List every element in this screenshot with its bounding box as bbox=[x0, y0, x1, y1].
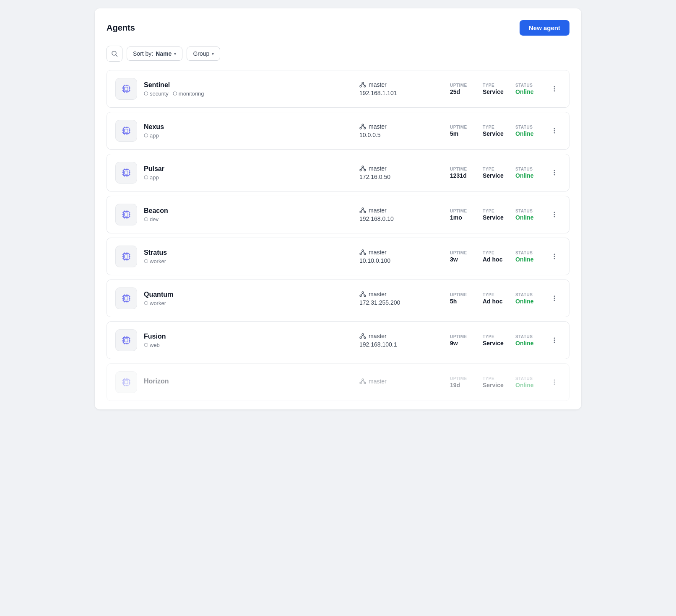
new-agent-button[interactable]: New agent bbox=[520, 20, 569, 36]
more-options-button-pulsar[interactable] bbox=[548, 167, 561, 178]
svg-line-63 bbox=[361, 168, 363, 169]
meta-value: Service bbox=[483, 340, 504, 347]
svg-rect-47 bbox=[125, 171, 128, 174]
svg-rect-157 bbox=[125, 380, 128, 384]
meta-label: UPTIME bbox=[450, 209, 467, 213]
meta-value: 1231d bbox=[450, 172, 467, 179]
svg-point-89 bbox=[554, 216, 555, 217]
svg-line-129 bbox=[361, 293, 363, 295]
tag-icon: ⬡ bbox=[173, 91, 177, 96]
group-dropdown[interactable]: Group ▾ bbox=[187, 47, 220, 61]
cpu-icon bbox=[121, 293, 132, 304]
connection-ip: 192.168.1.101 bbox=[359, 90, 443, 96]
connection-type-value: master bbox=[369, 291, 387, 298]
agent-icon-nexus bbox=[115, 120, 137, 142]
more-options-button-stratus[interactable] bbox=[548, 251, 561, 262]
svg-point-154 bbox=[554, 340, 555, 341]
svg-point-104 bbox=[362, 250, 364, 251]
svg-point-18 bbox=[364, 85, 366, 87]
connection-icon bbox=[359, 165, 366, 172]
connection-ip: 192.168.100.1 bbox=[359, 341, 443, 348]
more-icon bbox=[551, 253, 558, 260]
agents-page: Agents New agent Sort by: Name ▾ Group ▾ bbox=[95, 8, 581, 409]
meta-label: UPTIME bbox=[450, 125, 467, 129]
search-button[interactable] bbox=[107, 46, 122, 62]
connection-type-value: master bbox=[369, 207, 387, 214]
svg-point-38 bbox=[362, 124, 364, 126]
sort-value: Name bbox=[156, 50, 172, 57]
tag-icon: ⬡ bbox=[144, 216, 148, 222]
more-icon bbox=[551, 378, 558, 386]
agent-icon-quantum bbox=[115, 287, 137, 309]
svg-point-148 bbox=[362, 334, 364, 335]
meta-label: UPTIME bbox=[450, 334, 467, 339]
connection-type-label: master bbox=[359, 165, 443, 172]
tag-monitoring: ⬡monitoring bbox=[173, 91, 204, 97]
svg-line-151 bbox=[361, 335, 363, 337]
svg-point-131 bbox=[554, 296, 555, 297]
connection-type-label: master bbox=[359, 291, 443, 298]
agent-icon-sentinel bbox=[115, 78, 137, 100]
connection-icon bbox=[359, 81, 366, 88]
meta-group-type: TYPE Service bbox=[483, 334, 505, 347]
more-options-button-quantum[interactable] bbox=[548, 293, 561, 304]
connection-type-value: master bbox=[369, 378, 387, 385]
connection-icon bbox=[359, 333, 366, 339]
svg-point-110 bbox=[554, 256, 555, 257]
meta-group-type: TYPE Service bbox=[483, 209, 505, 221]
tag-label: worker bbox=[150, 300, 166, 306]
svg-point-106 bbox=[364, 253, 366, 255]
more-options-button-sentinel[interactable] bbox=[548, 83, 561, 94]
svg-point-23 bbox=[554, 91, 555, 92]
agent-card-stratus: Stratus⬡worker master 10.10.0.100 UPTIME… bbox=[107, 238, 569, 275]
agent-card-quantum: Quantum⬡worker master 172.31.255.200 UPT… bbox=[107, 280, 569, 317]
meta-value: Service bbox=[483, 214, 504, 221]
svg-line-20 bbox=[363, 84, 365, 85]
meta-value: Ad hoc bbox=[483, 298, 502, 305]
meta-group-uptime: UPTIME 1231d bbox=[450, 167, 473, 179]
meta-label: UPTIME bbox=[450, 251, 467, 255]
agent-connection-pulsar: master 172.16.0.50 bbox=[359, 165, 443, 180]
meta-value: Online bbox=[515, 88, 534, 95]
agent-card-beacon: Beacon⬡dev master 192.168.0.10 UPTIME 1m… bbox=[107, 196, 569, 233]
connection-type-value: master bbox=[369, 165, 387, 172]
meta-label: STATUS bbox=[515, 167, 533, 171]
more-options-button-beacon[interactable] bbox=[548, 209, 561, 220]
svg-point-21 bbox=[554, 86, 555, 88]
svg-rect-156 bbox=[123, 379, 129, 385]
agent-icon-pulsar bbox=[115, 162, 137, 184]
svg-point-128 bbox=[364, 295, 366, 297]
svg-line-107 bbox=[361, 251, 363, 253]
more-options-button-fusion[interactable] bbox=[548, 335, 561, 346]
connection-type-label: master bbox=[359, 123, 443, 130]
meta-label: TYPE bbox=[483, 334, 494, 339]
more-options-button-nexus[interactable] bbox=[548, 125, 561, 136]
svg-point-132 bbox=[554, 298, 555, 299]
more-options-button-horizon[interactable] bbox=[548, 377, 561, 388]
agent-meta-fusion: UPTIME 9w TYPE Service STATUS Online bbox=[450, 334, 561, 347]
svg-point-150 bbox=[364, 337, 366, 339]
agent-info-horizon: Horizon bbox=[144, 378, 353, 387]
agent-name-quantum: Quantum bbox=[144, 291, 353, 298]
agent-meta-beacon: UPTIME 1mo TYPE Service STATUS Online bbox=[450, 209, 561, 221]
meta-group-status: STATUS Online bbox=[515, 292, 538, 305]
agent-info-fusion: Fusion⬡web bbox=[144, 333, 353, 348]
agent-card-horizon: Horizon master UPTIME 19d TYPE Service S… bbox=[107, 363, 569, 401]
agent-tags-nexus: ⬡app bbox=[144, 132, 353, 139]
agent-info-pulsar: Pulsar⬡app bbox=[144, 165, 353, 181]
agent-icon-stratus bbox=[115, 246, 137, 267]
svg-line-41 bbox=[361, 126, 363, 127]
tag-label: worker bbox=[150, 258, 166, 264]
agent-tags-pulsar: ⬡app bbox=[144, 174, 353, 181]
svg-rect-3 bbox=[125, 87, 128, 91]
tag-label: app bbox=[150, 174, 159, 181]
svg-point-176 bbox=[554, 382, 555, 383]
sort-dropdown[interactable]: Sort by: Name ▾ bbox=[127, 47, 182, 61]
svg-rect-135 bbox=[125, 339, 128, 342]
svg-line-85 bbox=[361, 210, 363, 211]
meta-group-uptime: UPTIME 1mo bbox=[450, 209, 473, 221]
connection-type-value: master bbox=[369, 249, 387, 256]
svg-line-173 bbox=[361, 380, 363, 382]
svg-point-171 bbox=[360, 382, 361, 384]
meta-value: Online bbox=[515, 340, 534, 347]
